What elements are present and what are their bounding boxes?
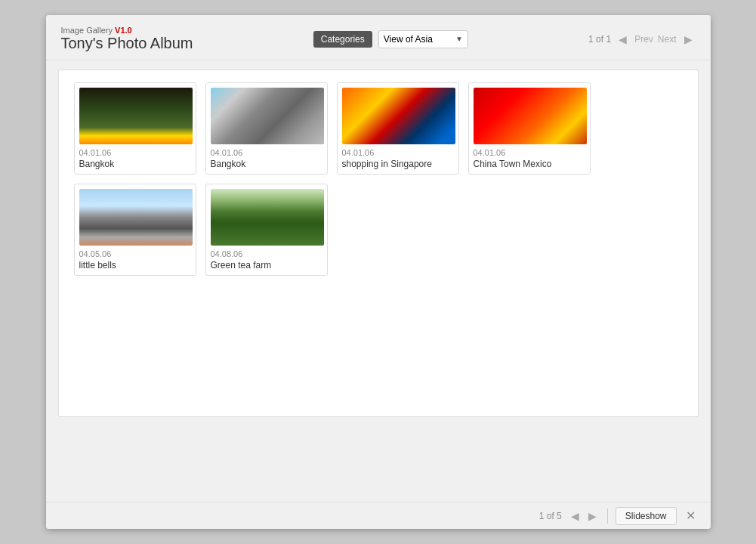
bottom-page-info: 1 of 5 — [539, 511, 562, 521]
bottom-next-button[interactable]: ▶ — [585, 508, 600, 524]
header-left: Image Gallery V1.0 Tony's Photo Album — [61, 26, 193, 52]
gallery-grid: 04.01.06Bangkok04.01.06Bangkok04.01.06sh… — [74, 82, 683, 276]
chevron-down-icon: ▼ — [455, 35, 463, 43]
photo-card[interactable]: 04.05.06little bells — [74, 184, 196, 276]
category-dropdown[interactable]: View of Asia ▼ — [378, 30, 468, 48]
bottom-bar: 1 of 5 ◀ ▶ Slideshow ✕ — [46, 502, 711, 529]
photo-caption: Green tea farm — [211, 260, 322, 270]
next-arrow-button[interactable]: ▶ — [681, 32, 696, 47]
photo-card[interactable]: 04.01.06Bangkok — [205, 82, 328, 175]
header-center: Categories View of Asia ▼ — [313, 30, 468, 48]
next-label: Next — [658, 34, 677, 45]
photo-card[interactable]: 04.08.06Green tea farm — [205, 184, 328, 276]
prev-label: Prev — [634, 34, 653, 45]
app-version: V1.0 — [115, 26, 132, 35]
main-window: Image Gallery V1.0 Tony's Photo Album Ca… — [46, 15, 711, 529]
photo-card[interactable]: 04.01.06shopping in Singapore — [337, 82, 459, 175]
bottom-prev-button[interactable]: ◀ — [568, 508, 582, 524]
photo-date: 04.01.06 — [342, 148, 454, 157]
photo-date: 04.01.06 — [474, 148, 585, 157]
header-right: 1 of 1 ◀ Prev Next ▶ — [588, 32, 695, 47]
photo-thumbnail — [342, 88, 455, 144]
photo-caption: Bangkok — [79, 159, 191, 169]
photo-date: 04.05.06 — [79, 249, 191, 258]
close-button[interactable]: ✕ — [683, 507, 699, 524]
app-label: Image Gallery V1.0 — [61, 26, 193, 35]
slideshow-button[interactable]: Slideshow — [616, 507, 677, 525]
gallery-area: 04.01.06Bangkok04.01.06Bangkok04.01.06sh… — [58, 70, 699, 417]
photo-date: 04.08.06 — [211, 249, 322, 258]
photo-thumbnail — [79, 88, 193, 144]
photo-caption: shopping in Singapore — [342, 159, 454, 169]
photo-caption: Bangkok — [211, 159, 322, 169]
photo-card[interactable]: 04.01.06Bangkok — [74, 82, 196, 175]
photo-caption: little bells — [79, 260, 191, 270]
divider — [607, 508, 608, 524]
categories-button[interactable]: Categories — [313, 31, 372, 48]
photo-thumbnail — [211, 88, 324, 144]
prev-arrow-button[interactable]: ◀ — [616, 32, 630, 47]
photo-thumbnail — [211, 189, 324, 246]
dropdown-value: View of Asia — [384, 34, 433, 45]
photo-card[interactable]: 04.01.06China Town Mexico — [468, 82, 591, 175]
photo-date: 04.01.06 — [211, 148, 322, 157]
photo-thumbnail — [79, 189, 193, 246]
header: Image Gallery V1.0 Tony's Photo Album Ca… — [46, 15, 711, 60]
photo-date: 04.01.06 — [79, 148, 191, 157]
photo-thumbnail — [474, 88, 587, 144]
app-name: Image Gallery — [61, 26, 113, 35]
photo-caption: China Town Mexico — [474, 159, 585, 169]
page-info: 1 of 1 — [588, 34, 611, 45]
album-title: Tony's Photo Album — [61, 35, 193, 52]
